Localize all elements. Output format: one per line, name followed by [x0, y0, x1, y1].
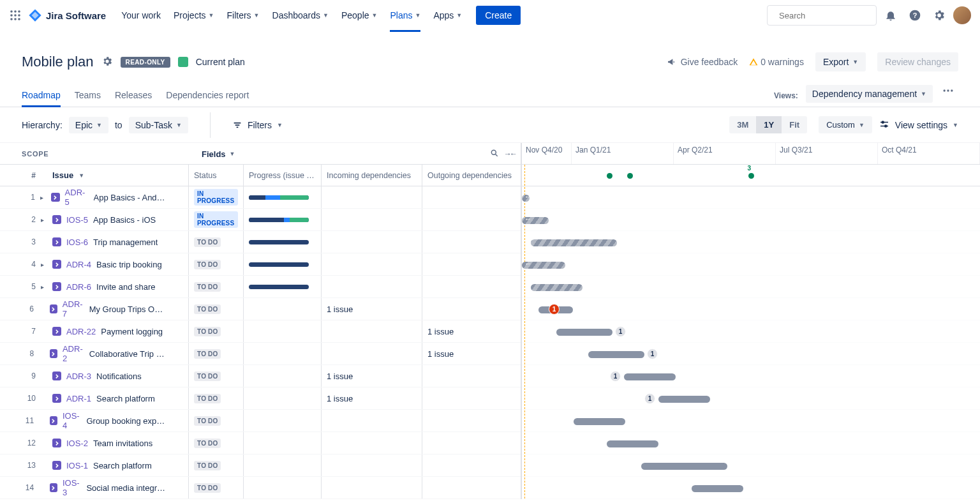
table-row[interactable]: 10ADR-1Search platformTO DO1 issue — [0, 387, 521, 410]
expand-toggle[interactable]: ▸ — [41, 283, 47, 290]
views-select[interactable]: Dependency management ▼ — [806, 85, 933, 103]
issue-key[interactable]: ADR-3 — [66, 372, 91, 381]
nav-item-projects[interactable]: Projects▼ — [167, 6, 221, 24]
nav-item-apps[interactable]: Apps▼ — [427, 6, 468, 24]
expand-toggle[interactable]: ▸ — [40, 194, 46, 201]
give-feedback-link[interactable]: Give feedback — [667, 57, 738, 67]
release-marker[interactable] — [607, 173, 612, 179]
expand-toggle[interactable]: ▸ — [41, 216, 47, 223]
gantt-bar[interactable] — [574, 418, 625, 425]
incoming-dep[interactable]: 1 issue — [327, 304, 353, 314]
settings-icon[interactable] — [929, 5, 949, 26]
gantt-bar[interactable] — [531, 284, 583, 291]
gantt-bar[interactable] — [531, 239, 617, 246]
tab-teams[interactable]: Teams — [75, 85, 101, 107]
zoom-fit[interactable]: Fit — [782, 116, 807, 133]
nav-item-your-work[interactable]: Your work — [115, 6, 167, 24]
issue-key[interactable]: IOS-5 — [66, 215, 88, 225]
gantt-bar[interactable] — [607, 440, 658, 447]
dependency-badge[interactable]: 1 — [615, 326, 626, 337]
column-progress[interactable]: Progress (issue … — [244, 165, 322, 186]
dependency-badge[interactable]: 1 — [549, 304, 560, 315]
search-scope-icon[interactable] — [490, 149, 499, 159]
warnings-indicator[interactable]: 0 warnings — [749, 57, 804, 67]
dependency-badge[interactable]: 1 — [644, 393, 655, 404]
table-row[interactable]: 6ADR-7My Group Trips Overv…TO DO1 issue — [0, 298, 521, 320]
gantt-bar[interactable] — [556, 329, 612, 336]
outgoing-dep[interactable]: 1 issue — [427, 327, 454, 336]
zoom-custom[interactable]: Custom▼ — [819, 116, 872, 133]
view-settings-button[interactable]: View settings ▼ — [879, 119, 958, 131]
collapse-columns-icon[interactable]: → ← — [504, 143, 516, 165]
gantt-bar[interactable] — [624, 373, 676, 380]
issue-key[interactable]: IOS-3 — [63, 478, 82, 497]
scenario-name[interactable]: Current plan — [196, 57, 245, 67]
nav-item-filters[interactable]: Filters▼ — [220, 6, 265, 24]
dependency-badge[interactable]: 1 — [610, 371, 621, 382]
global-search[interactable] — [767, 5, 877, 26]
issue-key[interactable]: ADR-7 — [63, 299, 84, 319]
plan-settings-icon[interactable] — [101, 56, 113, 69]
issue-key[interactable]: ADR-6 — [66, 282, 91, 292]
issue-key[interactable]: ADR-22 — [66, 327, 96, 336]
search-input[interactable] — [778, 10, 887, 21]
zoom-1y[interactable]: 1Y — [756, 116, 782, 133]
table-row[interactable]: 3IOS-6Trip managementTO DO — [0, 231, 521, 253]
tab-roadmap[interactable]: Roadmap — [22, 85, 61, 107]
issue-key[interactable]: IOS-1 — [66, 461, 88, 470]
issue-key[interactable]: IOS-6 — [66, 237, 88, 247]
nav-item-people[interactable]: People▼ — [335, 6, 384, 24]
gantt-bar[interactable] — [658, 396, 710, 403]
column-issue[interactable]: Issue — [52, 170, 73, 180]
table-row[interactable]: 5▸ADR-6Invite and shareTO DO — [0, 276, 521, 298]
create-button[interactable]: Create — [476, 6, 521, 25]
more-menu-icon[interactable] — [938, 80, 958, 103]
issue-key[interactable]: ADR-4 — [66, 260, 91, 269]
notifications-icon[interactable] — [880, 5, 901, 26]
table-row[interactable]: 4▸ADR-4Basic trip bookingTO DO — [0, 253, 521, 276]
gantt-bar[interactable] — [588, 351, 644, 358]
table-row[interactable]: 1▸ADR-5App Basics - AndroidIN PROGRESS — [0, 186, 521, 209]
chevron-down-icon[interactable]: ▼ — [78, 172, 84, 179]
column-outgoing[interactable]: Outgoing dependencies — [422, 165, 521, 186]
product-logo[interactable]: Jira Software — [28, 8, 106, 22]
app-switcher-icon[interactable] — [9, 9, 22, 22]
tab-dependencies-report[interactable]: Dependencies report — [166, 85, 249, 107]
issue-key[interactable]: IOS-2 — [66, 439, 88, 448]
filters-button[interactable]: Filters ▼ — [232, 120, 283, 130]
issue-key[interactable]: ADR-5 — [65, 188, 89, 207]
table-row[interactable]: 9ADR-3NotificationsTO DO1 issue — [0, 365, 521, 387]
gantt-bar[interactable] — [641, 463, 727, 470]
table-row[interactable]: 11IOS-4Group booking experie…TO DO — [0, 410, 521, 432]
issue-key[interactable]: ADR-2 — [63, 344, 84, 363]
table-row[interactable]: 7ADR-22Payment loggingTO DO1 issue — [0, 320, 521, 343]
release-marker[interactable] — [748, 173, 754, 179]
table-row[interactable]: 8ADR-2Collaborative Trip boo…TO DO1 issu… — [0, 343, 521, 365]
hierarchy-from-select[interactable]: Epic▼ — [69, 117, 108, 133]
column-status[interactable]: Status — [189, 165, 244, 186]
zoom-3m[interactable]: 3M — [729, 116, 756, 133]
export-button[interactable]: Export ▼ — [815, 52, 866, 71]
table-row[interactable]: 12IOS-2Team invitationsTO DO — [0, 432, 521, 454]
incoming-dep[interactable]: 1 issue — [327, 394, 353, 403]
incoming-dep[interactable]: 1 issue — [327, 372, 353, 381]
release-marker[interactable] — [627, 173, 633, 179]
table-row[interactable]: 13IOS-1Search platformTO DO — [0, 454, 521, 477]
table-row[interactable]: 2▸IOS-5App Basics - iOSIN PROGRESS — [0, 209, 521, 231]
nav-item-plans[interactable]: Plans▼ — [383, 6, 427, 24]
gantt-bar[interactable] — [692, 485, 743, 492]
hierarchy-to-select[interactable]: Sub-Task▼ — [129, 117, 188, 133]
help-icon[interactable]: ? — [905, 5, 925, 26]
user-avatar[interactable] — [953, 6, 971, 24]
tab-releases[interactable]: Releases — [115, 85, 152, 107]
nav-item-dashboards[interactable]: Dashboards▼ — [266, 6, 335, 24]
issue-key[interactable]: IOS-4 — [63, 411, 82, 430]
issue-key[interactable]: ADR-1 — [66, 394, 91, 403]
fields-dropdown[interactable]: Fields▼ — [202, 143, 235, 165]
column-incoming[interactable]: Incoming dependencies — [322, 165, 422, 186]
table-row[interactable]: 14IOS-3Social media integratio…TO DO — [0, 477, 521, 499]
outgoing-dep[interactable]: 1 issue — [427, 349, 454, 359]
expand-toggle[interactable]: ▸ — [41, 261, 47, 268]
dependency-badge[interactable]: 1 — [647, 349, 658, 359]
timeline-row: 1 — [522, 387, 980, 410]
